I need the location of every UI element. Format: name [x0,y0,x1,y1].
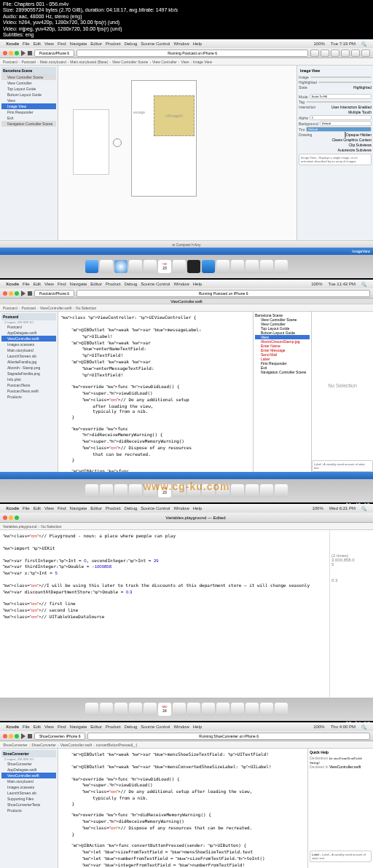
jump-bar[interactable]: Variables.playground› No Selection [0,523,373,530]
nav-item[interactable]: ShoeConverter [1,761,56,767]
nav-item[interactable]: Main.storyboard [1,347,56,353]
outline-item[interactable]: Navigation Controller Scene [1,121,56,127]
state-checkbox-label[interactable]: Highlighted [353,85,372,90]
view-controller-canvas[interactable]: essage UIImageVi [131,80,197,197]
menu-item[interactable]: Find [58,42,66,46]
zoom-icon[interactable] [15,291,19,296]
tag-field[interactable] [306,101,372,103]
chrome-icon[interactable] [216,260,229,273]
tint-select[interactable]: Default [306,127,372,132]
stop-button[interactable] [28,51,32,55]
menu-item[interactable]: Help [193,42,202,46]
library-label-item[interactable]: Label - A variably sized amount of stati… [312,460,373,472]
safari-icon[interactable] [114,260,127,273]
calendar-icon[interactable]: TUE23 [158,260,171,273]
run-button[interactable] [21,733,25,739]
outline-item[interactable]: Top Layout Guide [1,86,56,92]
menu-item[interactable]: Navigate [70,42,87,46]
menu-item[interactable]: Source Control [141,42,170,46]
object-library-item[interactable]: Image View - Displays a single image, or… [299,154,372,165]
scheme-selector[interactable]: Postcard › iPhone 6 [34,50,74,57]
menu-item[interactable]: File [23,42,30,46]
background-select[interactable]: Default [320,121,372,126]
jump-bar[interactable]: Postcard› Postcard› Main.storyboard› Mai… [0,58,373,66]
size-class-bar[interactable]: w Compact h Any [0,240,373,248]
uiimageview-element[interactable]: UIImageVi [154,95,195,136]
label-preview[interactable]: essage [133,110,145,114]
nav-item[interactable]: PostcardTests.swift [1,388,56,394]
source-editor[interactable]: "at">@IBOutlet "kw">weak "kw">var "blue"… [58,749,307,868]
stop-button[interactable] [28,734,32,738]
source-editor[interactable]: "kw">class "tp">ViewController: "tp">UIV… [58,312,253,472]
tab-bar[interactable]: ViewController.swift [0,299,373,304]
close-icon[interactable] [3,51,7,55]
outline-item[interactable]: View [1,98,56,103]
nav-item[interactable]: LaunchScreen.xib [1,790,56,796]
nav-item[interactable]: Products [1,808,56,813]
segue-arrow-icon[interactable] [113,138,122,147]
spotlight-icon[interactable]: 🔍 [361,42,366,47]
panel-toggle-button[interactable] [351,50,360,57]
nav-item[interactable]: Products [1,394,56,400]
finder-icon[interactable] [85,484,98,497]
nav-item-selected[interactable]: ViewController.swift [1,773,56,778]
zoom-icon[interactable] [15,51,19,55]
menu-item[interactable]: Window [173,42,189,46]
calendar-icon[interactable]: WED24 [158,703,171,716]
terminal-icon[interactable] [187,260,200,273]
minimize-icon[interactable] [9,291,13,296]
app-name[interactable]: Xcode [6,42,19,46]
library-label-item[interactable]: Label - Label - A variably sized amount … [310,851,372,862]
nav-item[interactable]: AppDelegate.swift [1,767,56,773]
highlighted-field[interactable] [318,82,372,83]
launchpad-icon[interactable] [100,260,113,273]
scheme-selector[interactable]: Postcard › iPhone 6 [34,290,74,297]
folder-icon[interactable] [260,260,273,273]
playground-editor[interactable]: "kw">class="cm">// Playground - noun: a … [0,530,329,698]
project-header[interactable]: Postcard [1,313,56,320]
nav-item[interactable]: ShoeConverterTests [1,802,56,808]
nav-item[interactable]: Absinth - Stamp.png [1,365,56,371]
trash-icon[interactable] [275,484,288,497]
nav-item[interactable]: PostcardTests [1,382,56,388]
settings-icon[interactable] [246,260,259,273]
storyboard-canvas[interactable]: essage UIImageVi [58,66,297,240]
outline-item[interactable]: First Responder [1,109,56,115]
editor-mode-button[interactable] [310,50,319,57]
mail-icon[interactable] [129,260,142,273]
panel-toggle-button[interactable] [341,50,350,57]
menu-item[interactable]: Editor [90,42,102,46]
nav-item-selected[interactable]: ViewController.swift [1,336,56,342]
nav-item[interactable]: Postcard [1,324,56,330]
panel-toggle-button[interactable] [361,50,370,57]
preview-icon[interactable] [173,260,186,273]
nav-item[interactable]: Images.xcassets [1,342,56,347]
appstore-icon[interactable] [231,260,244,273]
outline-item-selected[interactable]: Image View [1,103,56,109]
interaction-checkbox[interactable]: User Interaction Enabled [331,105,372,109]
nav-item[interactable]: LaunchScreen.xib [1,353,56,359]
trash-icon[interactable] [275,703,288,716]
nav-item[interactable]: AllwriteFamilia.jpg [1,359,56,365]
jump-bar[interactable]: Postcard› Postcard› ViewController.swift… [0,304,373,312]
outline-item[interactable]: View Controller [1,80,56,86]
outline-item[interactable]: View Controller Scene [1,74,56,80]
nav-item[interactable]: SagradaFamilia.png [1,371,56,376]
alpha-field[interactable]: 1 [310,115,372,120]
editor-mode-button[interactable] [321,50,329,57]
outline-item[interactable]: Bottom Layout Guide [1,92,56,98]
nav-item[interactable]: Main.storyboard [1,778,56,784]
run-button[interactable] [21,50,25,56]
menu-item[interactable]: Product [106,42,121,46]
outline-item[interactable]: Exit [1,115,56,121]
close-icon[interactable] [3,291,7,296]
nav-item[interactable]: AppDelegate.swift [1,330,56,336]
editor-mode-button[interactable] [331,50,339,57]
image-field[interactable] [310,76,372,78]
minimize-icon[interactable] [9,51,13,55]
nav-item[interactable]: Supporting Files [1,796,56,802]
trash-icon[interactable] [275,260,288,273]
menu-item[interactable]: Debug [125,42,138,46]
menu-item[interactable]: Edit [34,42,41,46]
menu-item[interactable]: View [44,42,54,46]
